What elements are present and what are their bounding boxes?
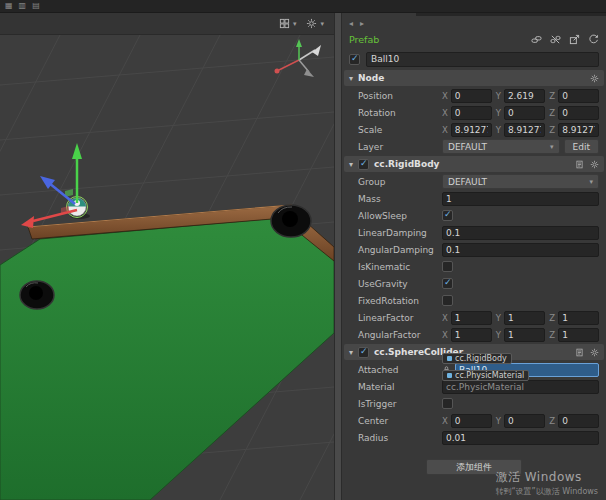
chevron-down-icon: ▾ [293, 20, 297, 28]
locate-asset-icon[interactable] [569, 34, 580, 45]
chevron-down-icon: ▾ [589, 178, 593, 186]
axis-x-label: X [442, 108, 448, 118]
gear-icon[interactable] [590, 348, 599, 357]
node-enabled-checkbox[interactable] [349, 54, 360, 65]
istrigger-checkbox[interactable] [442, 398, 453, 409]
angulardamping-label: AngularDamping [342, 245, 442, 255]
rotation-z-input[interactable] [558, 106, 599, 120]
layer-value: DEFAULT [448, 142, 487, 152]
iskinematic-label: IsKinematic [342, 262, 442, 272]
scene-settings-button[interactable]: ▾ [306, 18, 324, 29]
linearfactor-z-input[interactable] [558, 311, 599, 325]
radius-input[interactable] [442, 431, 599, 445]
iskinematic-row: IsKinematic [342, 258, 606, 275]
link-prefab-icon[interactable] [531, 34, 542, 45]
layout-grid-button[interactable]: ▾ [279, 18, 297, 29]
scene-viewport[interactable] [0, 35, 334, 500]
fixedrotation-checkbox[interactable] [442, 295, 453, 306]
next-node-arrow-icon[interactable]: ▸ [360, 20, 364, 28]
add-component-button[interactable]: 添加组件 [426, 459, 522, 475]
dock-panel-icon[interactable]: ▦ [5, 2, 13, 10]
node-name-row [342, 49, 606, 69]
iskinematic-checkbox[interactable] [442, 261, 453, 272]
axis-x-label: X [442, 125, 448, 135]
center-row: Center X Y Z [342, 412, 606, 429]
group-value: DEFAULT [448, 177, 487, 187]
position-row: Position X Y Z [342, 87, 606, 104]
lineardamping-input[interactable] [442, 226, 599, 240]
linearfactor-x-input[interactable] [451, 311, 492, 325]
position-y-input[interactable] [504, 89, 545, 103]
angularfactor-z-input[interactable] [558, 328, 599, 342]
gear-icon[interactable] [590, 160, 599, 169]
corner-pocket[interactable] [271, 205, 311, 237]
center-z-input[interactable] [558, 414, 599, 428]
position-z-input[interactable] [558, 89, 599, 103]
fixedrotation-label: FixedRotation [342, 296, 442, 306]
scale-y-input[interactable] [504, 123, 545, 137]
axis-y-label: Y [496, 108, 501, 118]
angularfactor-row: AngularFactor X Y Z [342, 326, 606, 343]
group-dropdown[interactable]: DEFAULT▾ [442, 174, 599, 189]
angularfactor-x-input[interactable] [451, 328, 492, 342]
panel-splitter[interactable] [334, 13, 342, 500]
rigidbody-enabled-checkbox[interactable] [358, 159, 369, 170]
usegravity-checkbox[interactable] [442, 278, 453, 289]
radius-row: Radius [342, 429, 606, 446]
node-section-header[interactable]: ▾ Node [344, 70, 604, 86]
scale-row: Scale X Y Z [342, 121, 606, 138]
editor-window: ▦ ▥ ▤ ▾ ▾ [0, 0, 606, 500]
spherecollider-enabled-checkbox[interactable] [358, 347, 369, 358]
allowsleep-checkbox[interactable] [442, 210, 453, 221]
component-type-icon [447, 356, 452, 361]
angularfactor-y-input[interactable] [504, 328, 545, 342]
linearfactor-y-input[interactable] [504, 311, 545, 325]
lineardamping-row: LinearDamping [342, 224, 606, 241]
prev-node-arrow-icon[interactable]: ◂ [349, 20, 353, 28]
layout-grid-icon [279, 18, 290, 29]
center-y-input[interactable] [504, 414, 545, 428]
gear-icon [306, 18, 317, 29]
axis-x-label: X [442, 416, 448, 426]
collapse-arrow-icon: ▾ [349, 74, 353, 83]
help-doc-icon[interactable] [575, 160, 584, 169]
angulardamping-input[interactable] [442, 243, 599, 257]
node-name-input[interactable] [366, 52, 599, 67]
prefab-label: Prefab [349, 34, 379, 45]
material-input[interactable] [442, 380, 599, 394]
layer-dropdown[interactable]: DEFAULT▾ [442, 139, 560, 154]
restore-prefab-icon[interactable] [588, 34, 599, 45]
gear-icon[interactable] [590, 74, 599, 83]
scale-label: Scale [342, 125, 442, 135]
dock-panel-icon[interactable]: ▤ [32, 2, 40, 10]
radius-label: Radius [342, 433, 442, 443]
center-label: Center [342, 416, 442, 426]
scale-x-input[interactable] [451, 123, 492, 137]
attached-label: Attached [342, 365, 442, 375]
dock-panel-icon[interactable]: ▥ [19, 2, 27, 10]
layer-edit-button[interactable]: Edit [564, 139, 599, 154]
inspector-panel: 属性检查器 ◂ ▸ Prefab ▾ Node [342, 0, 606, 500]
axis-z-label: Z [549, 330, 555, 340]
material-row: Material cc.PhysicMaterial [342, 378, 606, 395]
center-x-input[interactable] [451, 414, 492, 428]
position-x-input[interactable] [451, 89, 492, 103]
rotation-x-input[interactable] [451, 106, 492, 120]
group-row: Group DEFAULT▾ [342, 173, 606, 190]
side-pocket[interactable] [20, 281, 54, 309]
axis-y-label: Y [496, 330, 501, 340]
angularfactor-label: AngularFactor [342, 330, 442, 340]
unlink-prefab-icon[interactable] [550, 34, 561, 45]
help-doc-icon[interactable] [575, 348, 584, 357]
prefab-row: Prefab [342, 29, 606, 49]
rigidbody-section-header[interactable]: ▾ cc.RigidBody [344, 156, 604, 172]
scale-z-input[interactable] [558, 123, 599, 137]
node-section-title: Node [358, 73, 384, 83]
axis-z-label: Z [549, 125, 555, 135]
allowsleep-row: AllowSleep [342, 207, 606, 224]
mass-input[interactable] [442, 192, 599, 206]
allowsleep-label: AllowSleep [342, 211, 442, 221]
axis-z-label: Z [549, 416, 555, 426]
rotation-y-input[interactable] [504, 106, 545, 120]
axis-y-label: Y [496, 313, 501, 323]
